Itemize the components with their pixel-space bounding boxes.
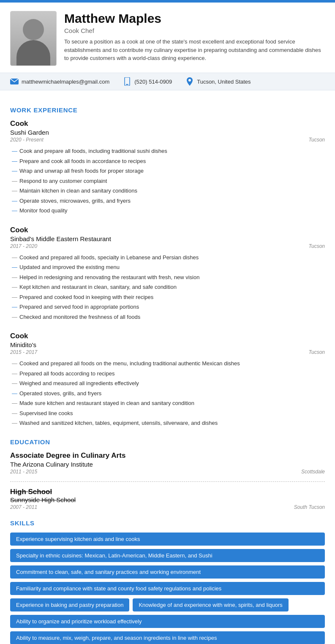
candidate-name: Matthew Maples <box>64 11 325 26</box>
job-bullet-2-1: Prepared all foods according to recipes <box>10 369 325 379</box>
edu-location-0: Scottsdale <box>301 469 325 475</box>
job-bullet-0-4: Maintain kitchen in clean and sanitary c… <box>10 186 325 196</box>
job-bullet-0-1: Prepare and cook all foods in accordance… <box>10 156 325 166</box>
job-bullet-0-0: Cook and prepare all foods, including tr… <box>10 146 325 156</box>
job-bullet-0-2: Wrap and unwrap all fresh foods for prop… <box>10 166 325 176</box>
header-info: Matthew Maples Cook Chef To secure a pos… <box>64 11 325 62</box>
contact-email: matthewmichaelmaples@gmail.com <box>10 77 109 86</box>
location-icon <box>185 77 194 86</box>
skill-badge-5: Knowledge of and experience with wine, s… <box>133 598 288 611</box>
edu-location-1: South Tucson <box>294 504 325 510</box>
job-block-0: CookSushi Garden2020 - PresentTucsonCook… <box>10 120 325 216</box>
job-bullet-2-3: Operated stoves, grills, and fryers <box>10 389 325 399</box>
job-title-1: Cook <box>10 226 325 234</box>
edu-school-0: The Arizona Culinary Institute <box>10 461 325 468</box>
job-bullets-0: Cook and prepare all foods, including tr… <box>10 146 325 216</box>
skill-badge-2: Commitment to clean, safe, and sanitary … <box>10 565 325 579</box>
job-bullet-0-5: Operate stoves, microwaves, grills, and … <box>10 196 325 206</box>
skill-badge-1: Specialty in ethnic cuisines: Mexican, L… <box>10 549 325 562</box>
candidate-title: Cook Chef <box>64 27 325 34</box>
skill-badge-7: Ability to measure, mix, weigh, prepare,… <box>10 631 325 644</box>
job-bullets-2: Cooked and prepared all foods on the men… <box>10 359 325 428</box>
edu-block-1: High SchoolSunnyside High School2007 - 2… <box>10 488 325 510</box>
job-meta-0: 2020 - PresentTucson <box>10 137 325 143</box>
location-text: Tucson, United States <box>197 79 251 85</box>
job-period-0: 2020 - Present <box>10 137 44 143</box>
edu-meta-0: 2011 - 2015Scottsdale <box>10 469 325 475</box>
edu-degree-1: High School <box>10 488 325 496</box>
job-bullets-1: Cooked and prepared all foods, specialty… <box>10 253 325 322</box>
skills-heading: SKILLS <box>10 519 325 527</box>
job-bullet-1-4: Prepared and cooked food in keeping with… <box>10 292 325 302</box>
job-company-2: Minidito's <box>10 341 325 348</box>
work-experience-heading: WORK EXPERIENCE <box>10 106 325 114</box>
contact-bar: matthewmichaelmaples@gmail.com (520) 514… <box>0 73 335 90</box>
job-meta-1: 2017 - 2020Tucson <box>10 243 325 249</box>
contact-phone: (520) 514-0909 <box>123 77 172 86</box>
job-location-0: Tucson <box>309 137 325 143</box>
phone-text: (520) 514-0909 <box>134 79 172 85</box>
skill-badge-0: Experience supervising kitchen aids and … <box>10 533 325 546</box>
job-meta-2: 2015 - 2017Tucson <box>10 349 325 355</box>
avatar <box>10 11 57 66</box>
edu-period-0: 2011 - 2015 <box>10 469 37 475</box>
skills-section: Experience supervising kitchen aids and … <box>10 533 325 644</box>
contact-location: Tucson, United States <box>185 77 251 86</box>
edu-block-0: Associate Degree in Culinary ArtsThe Ari… <box>10 451 325 475</box>
job-title-2: Cook <box>10 332 325 340</box>
job-bullet-1-2: Helped in redesigning and renovating the… <box>10 272 325 283</box>
job-location-2: Tucson <box>309 349 325 355</box>
job-company-0: Sushi Garden <box>10 129 325 136</box>
skill-badge-3: Familiarity and compliance with state an… <box>10 582 325 595</box>
job-bullet-0-6: Monitor food quality <box>10 206 325 216</box>
jobs-container: CookSushi Garden2020 - PresentTucsonCook… <box>10 120 325 428</box>
edu-period-1: 2007 - 2011 <box>10 504 37 510</box>
job-bullet-1-5: Prepared and served food in appropriate … <box>10 302 325 312</box>
email-icon <box>10 77 19 86</box>
skill-badge-6: Ability to organize and prioritize workl… <box>10 615 325 628</box>
job-bullet-1-6: Checked and monitored the freshness of a… <box>10 312 325 322</box>
edu-degree-0: Associate Degree in Culinary Arts <box>10 451 325 460</box>
candidate-summary: To secure a position as a cook at one of… <box>64 38 325 62</box>
job-title-0: Cook <box>10 120 325 128</box>
edu-school-1: Sunnyside High School <box>10 496 325 503</box>
job-bullet-1-3: Kept kitchen and restaurant in clean, sa… <box>10 282 325 292</box>
job-bullet-1-0: Cooked and prepared all foods, specialty… <box>10 253 325 263</box>
job-block-2: CookMinidito's2015 - 2017TucsonCooked an… <box>10 332 325 428</box>
job-bullet-2-6: Washed and sanitized kitchen, tables, eq… <box>10 418 325 428</box>
email-text: matthewmichaelmaples@gmail.com <box>22 79 109 85</box>
main-content: WORK EXPERIENCE CookSushi Garden2020 - P… <box>0 90 335 644</box>
job-bullet-2-2: Weighed and measured all ingredients eff… <box>10 378 325 389</box>
job-bullet-2-0: Cooked and prepared all foods on the men… <box>10 359 325 369</box>
education-heading: EDUCATION <box>10 438 325 446</box>
job-block-1: CookSinbad's Middle Eastern Restaurant20… <box>10 226 325 322</box>
education-container: Associate Degree in Culinary ArtsThe Ari… <box>10 451 325 510</box>
phone-icon <box>123 77 131 86</box>
edu-meta-1: 2007 - 2011South Tucson <box>10 504 325 510</box>
job-bullet-2-4: Made sure kitchen and restaurant stayed … <box>10 398 325 408</box>
job-period-1: 2017 - 2020 <box>10 243 37 249</box>
edu-divider-1 <box>10 481 325 482</box>
job-company-1: Sinbad's Middle Eastern Restaurant <box>10 235 325 242</box>
svg-rect-2 <box>126 84 128 85</box>
job-bullet-0-3: Respond to any customer complaint <box>10 176 325 186</box>
job-bullet-2-5: Supervised line cooks <box>10 408 325 418</box>
svg-point-3 <box>188 79 191 82</box>
job-period-2: 2015 - 2017 <box>10 349 37 355</box>
skills-grid: Experience supervising kitchen aids and … <box>10 533 325 644</box>
job-location-1: Tucson <box>309 243 325 249</box>
skill-badge-4: Experience in baking and pastry preparat… <box>10 598 129 611</box>
header-section: Matthew Maples Cook Chef To secure a pos… <box>0 3 335 73</box>
job-bullet-1-1: Updated and improved the existing menu <box>10 262 325 272</box>
